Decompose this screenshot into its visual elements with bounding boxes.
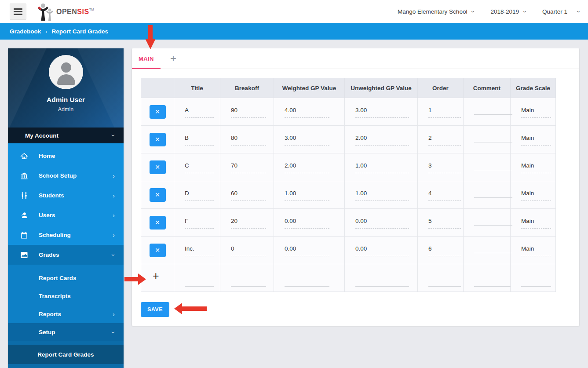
sidebar-item-students[interactable]: Students › — [8, 186, 124, 205]
order-field[interactable]: 5 — [428, 218, 461, 229]
school-selector[interactable]: Mango Elementary School › — [398, 8, 475, 15]
grade-row-b: ✕B803.002.002Main — [141, 126, 556, 153]
unweighted-gp-field[interactable]: 0.00 — [355, 245, 409, 256]
year-selector-value: 2018-2019 — [490, 8, 519, 15]
sidebar-item-report-card-grades[interactable]: Report Card Grades — [8, 345, 124, 364]
order-field[interactable]: 1 — [428, 107, 461, 118]
col-header-comment: Comment — [464, 78, 511, 98]
sidebar-item-school-setup[interactable]: School Setup › — [8, 166, 124, 186]
sidebar-nav: Home School Setup › Students › — [8, 143, 124, 265]
new-breakoff-field[interactable] — [220, 264, 274, 292]
order-field[interactable]: 2 — [428, 135, 461, 146]
logo-sis-text: SIS — [77, 8, 89, 15]
calendar-icon — [20, 231, 28, 239]
grade-scale-field[interactable]: Main — [521, 162, 551, 173]
title-field[interactable]: B — [185, 135, 214, 146]
delete-row-button[interactable]: ✕ — [150, 216, 166, 230]
breakoff-field[interactable]: 0 — [231, 245, 266, 256]
grade-row-f: ✕F200.000.005Main — [141, 209, 556, 237]
users-icon — [20, 211, 28, 219]
opensis-logo-text: openSISTM — [56, 8, 94, 16]
delete-row-button[interactable]: ✕ — [150, 160, 166, 174]
chevron-down-icon: › — [522, 11, 529, 13]
comment-field[interactable] — [474, 218, 512, 226]
table-header-row: Title Breakoff Weighted GP Value Unweigh… — [141, 78, 556, 98]
weighted-gp-field[interactable]: 2.00 — [285, 162, 329, 173]
breakoff-field[interactable]: 20 — [231, 218, 266, 229]
title-field[interactable]: D — [185, 190, 214, 201]
add-grade-row: + — [141, 264, 556, 292]
hamburger-menu-icon[interactable] — [10, 4, 26, 20]
grade-scale-field[interactable]: Main — [521, 218, 551, 229]
breakoff-field[interactable]: 90 — [231, 107, 266, 118]
tab-main[interactable]: MAIN — [132, 55, 161, 62]
sidebar-item-scheduling[interactable]: Scheduling › — [8, 225, 124, 245]
weighted-gp-field[interactable]: 4.00 — [285, 107, 329, 118]
sidebar-item-my-account[interactable]: My Account › — [8, 128, 124, 143]
unweighted-gp-field[interactable]: 2.00 — [355, 135, 409, 146]
new-grade-scale-field[interactable] — [511, 264, 556, 292]
breakoff-field[interactable]: 70 — [231, 162, 266, 173]
sidebar-item-setup[interactable]: Setup › — [8, 323, 124, 341]
save-button[interactable]: SAVE — [141, 302, 169, 317]
unweighted-gp-field[interactable]: 0.00 — [355, 218, 409, 229]
col-header-order: Order — [418, 78, 464, 98]
comment-field[interactable] — [474, 162, 512, 170]
delete-row-button[interactable]: ✕ — [150, 105, 166, 119]
unweighted-gp-field[interactable]: 1.00 — [355, 162, 409, 173]
sidebar-item-report-cards[interactable]: Report Cards — [8, 269, 124, 287]
order-field[interactable]: 4 — [428, 190, 461, 201]
sidebar-item-home[interactable]: Home — [8, 146, 124, 166]
order-field[interactable]: 3 — [428, 162, 461, 173]
weighted-gp-field[interactable]: 3.00 — [285, 135, 329, 146]
breakoff-field[interactable]: 80 — [231, 135, 266, 146]
title-field[interactable]: F — [185, 218, 214, 229]
quarter-selector-value: Quarter 1 — [542, 8, 567, 15]
breadcrumb-page-title: Report Card Grades — [52, 28, 108, 35]
avatar — [49, 55, 83, 89]
comment-field[interactable] — [474, 107, 512, 115]
main-card: MAIN + Title Breakoff Weighted GP Value … — [132, 48, 579, 326]
unweighted-gp-field[interactable]: 3.00 — [355, 107, 409, 118]
year-selector[interactable]: 2018-2019 › — [490, 8, 526, 15]
sidebar-item-users[interactable]: Users › — [8, 205, 124, 225]
add-tab-button[interactable]: + — [170, 53, 176, 64]
chevron-right-icon: › — [113, 212, 115, 219]
delete-row-button[interactable]: ✕ — [150, 244, 166, 257]
delete-row-button[interactable]: ✕ — [150, 188, 166, 202]
title-field[interactable]: Inc. — [185, 245, 214, 256]
quarter-selector[interactable]: Quarter 1 › — [542, 8, 580, 15]
new-comment-field[interactable] — [464, 264, 511, 292]
comment-field[interactable] — [474, 245, 512, 253]
new-unweighted-field[interactable] — [345, 264, 418, 292]
weighted-gp-field[interactable]: 0.00 — [285, 245, 329, 256]
title-field[interactable]: C — [185, 162, 214, 173]
grade-scale-field[interactable]: Main — [521, 190, 551, 201]
delete-row-button[interactable]: ✕ — [150, 133, 166, 146]
breadcrumb-gradebook[interactable]: Gradebook — [10, 28, 41, 35]
sidebar-item-grades[interactable]: Grades › — [8, 245, 124, 265]
new-weighted-field[interactable] — [274, 264, 345, 292]
grade-scale-field[interactable]: Main — [521, 245, 551, 256]
add-row-button[interactable]: + — [153, 270, 159, 281]
order-field[interactable]: 6 — [428, 245, 461, 256]
students-icon — [20, 192, 28, 200]
title-field[interactable]: A — [185, 107, 214, 118]
grade-scale-field[interactable]: Main — [521, 135, 551, 146]
chevron-down-icon: › — [470, 11, 477, 13]
comment-field[interactable] — [474, 190, 512, 198]
sidebar-item-reports[interactable]: Reports › — [8, 305, 124, 323]
comment-field[interactable] — [474, 135, 512, 142]
new-order-field[interactable] — [418, 264, 464, 292]
sidebar-item-transcripts[interactable]: Transcripts — [8, 287, 124, 305]
logo-open-text: open — [56, 8, 77, 15]
grade-scale-field[interactable]: Main — [521, 107, 551, 118]
grades-table: Title Breakoff Weighted GP Value Unweigh… — [141, 78, 556, 292]
profile-panel: Admin User Admin — [8, 48, 124, 128]
breakoff-field[interactable]: 60 — [231, 190, 266, 201]
weighted-gp-field[interactable]: 0.00 — [285, 218, 329, 229]
unweighted-gp-field[interactable]: 1.00 — [355, 190, 409, 201]
new-title-field[interactable] — [174, 264, 220, 292]
chevron-right-icon: › — [113, 173, 115, 179]
weighted-gp-field[interactable]: 1.00 — [285, 190, 329, 201]
